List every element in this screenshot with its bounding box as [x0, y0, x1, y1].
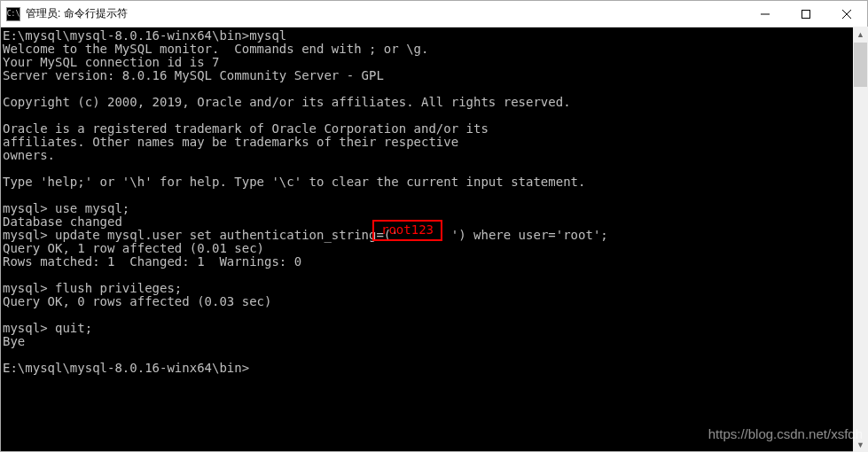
app-icon: C:\ — [6, 7, 20, 21]
terminal-output: E:\mysql\mysql-8.0.16-winx64\bin>mysql W… — [3, 29, 867, 375]
maximize-button[interactable] — [786, 1, 826, 27]
close-button[interactable] — [826, 1, 867, 27]
svg-rect-1 — [802, 10, 810, 18]
titlebar[interactable]: C:\ 管理员: 命令行提示符 — [1, 1, 867, 27]
close-icon — [842, 10, 851, 19]
vertical-scrollbar[interactable]: ▲ ▼ — [853, 27, 868, 452]
scroll-thumb[interactable] — [854, 43, 867, 87]
minimize-button[interactable] — [745, 1, 786, 27]
minimize-icon — [761, 10, 770, 19]
maximize-icon — [802, 10, 810, 19]
terminal[interactable]: E:\mysql\mysql-8.0.16-winx64\bin>mysql W… — [1, 27, 867, 451]
masked-password: ******* — [399, 228, 451, 242]
window-controls — [745, 1, 867, 27]
scroll-up-arrow-icon[interactable]: ▲ — [853, 27, 868, 42]
window-title: 管理员: 命令行提示符 — [26, 6, 128, 21]
scroll-down-arrow-icon[interactable]: ▼ — [853, 437, 868, 452]
cmd-window: C:\ 管理员: 命令行提示符 E:\mysql\mysql-8.0.16-wi… — [0, 0, 868, 452]
